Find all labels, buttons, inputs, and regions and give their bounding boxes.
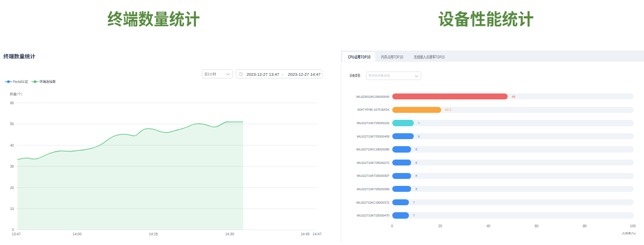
svg-text:0: 0 — [12, 228, 14, 232]
svg-text:30: 30 — [10, 164, 14, 168]
svg-text:60: 60 — [10, 101, 14, 105]
svg-text:50: 50 — [10, 122, 14, 126]
svg-text:40: 40 — [10, 143, 14, 147]
svg-text:14:45: 14:45 — [301, 232, 310, 236]
svg-text:14:00: 14:00 — [72, 232, 82, 236]
svg-text:20: 20 — [10, 186, 14, 190]
svg-text:13:47: 13:47 — [12, 232, 21, 236]
svg-text:14:15: 14:15 — [149, 232, 158, 236]
svg-text:14:47: 14:47 — [312, 232, 321, 236]
svg-text:14:30: 14:30 — [225, 232, 235, 236]
svg-text:10: 10 — [10, 207, 14, 211]
